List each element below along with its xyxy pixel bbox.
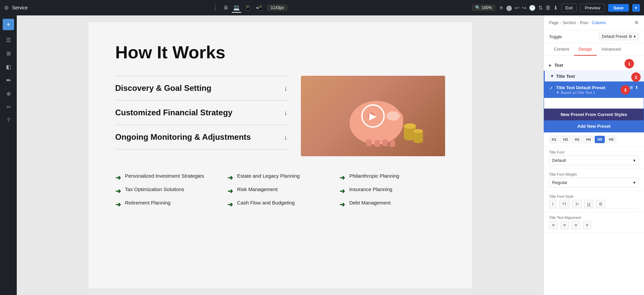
accordion-arrow-1[interactable]: ↓: [284, 84, 287, 92]
preset-item-selected[interactable]: ✓ Title Text Default Preset ★ Based on:T…: [544, 82, 644, 98]
title-font-weight-select[interactable]: Regular ▾: [549, 178, 639, 187]
align-buttons: ≡ ≡ ≡ ≡: [549, 221, 639, 229]
uppercase-button[interactable]: TT: [559, 200, 570, 208]
structure-icon[interactable]: ⊞: [3, 48, 14, 59]
breadcrumb-page[interactable]: Page: [549, 20, 558, 25]
breadcrumb-sep-1: ›: [560, 20, 561, 25]
add-new-preset-button[interactable]: Add New Preset: [544, 120, 644, 132]
accordion-item-1[interactable]: Discovery & Goal Setting ↓: [115, 76, 287, 101]
h3-button[interactable]: H3: [572, 136, 582, 143]
service-text-5: Cash Flow and Budgeting: [237, 200, 295, 205]
strikethrough-button[interactable]: S: [596, 200, 605, 208]
accordion-arrow-3[interactable]: ↓: [284, 133, 287, 141]
add-element-button[interactable]: +: [3, 19, 14, 30]
h1-button[interactable]: H1: [549, 136, 559, 143]
h5-button[interactable]: H5: [595, 136, 605, 143]
new-from-current-button[interactable]: New Preset From Current Styles: [544, 109, 644, 120]
preset-item-based: ★ Based on:Title Text 1: [556, 90, 621, 95]
design-icon[interactable]: ✏: [3, 74, 14, 86]
svg-rect-5: [366, 139, 372, 146]
title-text-label: Title Text: [556, 74, 633, 79]
underline-button[interactable]: U: [584, 200, 593, 208]
title-text-chevron: ▼: [550, 74, 554, 78]
tools-icon[interactable]: ✂: [3, 101, 14, 113]
right-panel: 1 2 3 Page › Section › Row › Column ✕ To…: [543, 15, 644, 295]
download-icon[interactable]: ⬇: [553, 5, 558, 11]
save-arrow-button[interactable]: ▾: [632, 4, 640, 12]
preset-duplicate-icon[interactable]: ⊞: [630, 85, 633, 90]
arrow-icon-4: ➜: [227, 187, 233, 195]
services-grid: ➜ Personalized Investment Strategies ➜ E…: [115, 173, 445, 209]
delete-icon[interactable]: 🗑: [545, 5, 551, 11]
tablet-icon[interactable]: 📱: [243, 3, 253, 12]
preset-settings-icon[interactable]: ⚙: [624, 85, 628, 90]
text-section-title: Text: [554, 63, 639, 68]
align-right-button[interactable]: ≡: [572, 221, 580, 229]
tab-advanced[interactable]: Advanced: [597, 43, 626, 56]
canvas-area[interactable]: How It Works Discovery & Goal Setting ↓ …: [17, 15, 543, 295]
title-text-header[interactable]: ▼ Title Text ⤢: [544, 71, 644, 81]
align-left-button[interactable]: ≡: [549, 221, 558, 229]
expand-icon[interactable]: ⤢: [635, 73, 639, 79]
mobile-icon[interactable]: 📲: [255, 3, 264, 12]
h2-button[interactable]: H2: [560, 136, 571, 143]
arrow-icon-3: ➜: [227, 174, 233, 182]
font-style-buttons: I TT Tt U S: [549, 200, 639, 209]
help-icon[interactable]: ?: [3, 115, 14, 126]
arrow-icon-1: ➜: [115, 187, 121, 195]
canvas-width[interactable]: 1143px: [267, 4, 287, 11]
preset-item-name: Title Text Default Preset: [556, 85, 621, 90]
title-font-label: Title Font: [549, 150, 639, 154]
action-icons: ☀ ⬤ ↩ ↪ 🕐 ⇅ 🗑 ⬇: [499, 5, 558, 11]
preset-dropdown[interactable]: Default Preset ⚙ ▾: [599, 33, 639, 40]
sun-icon[interactable]: ☀: [499, 5, 503, 11]
title-font-value: Default: [552, 158, 566, 163]
text-section-header[interactable]: ▶ Text: [544, 60, 644, 70]
laptop-icon[interactable]: 💻: [232, 3, 241, 13]
top-bar: ⚙ Service ⋮ 🖥 💻 📱 📲 1143px 🔍 100% ☀ ⬤ ↩ …: [0, 0, 644, 15]
capitalize-button[interactable]: Tt: [572, 200, 582, 208]
heading-buttons: H1 H2 H3 H4 H5 H6: [544, 132, 644, 147]
h6-button[interactable]: H6: [606, 136, 616, 143]
toggle-label: Toggle: [549, 34, 562, 39]
italic-button[interactable]: I: [549, 200, 556, 208]
undo-icon[interactable]: ↩: [515, 5, 519, 11]
exit-button[interactable]: Exit: [561, 4, 577, 12]
align-justify-button[interactable]: ≡: [583, 221, 592, 229]
accordion-arrow-2[interactable]: ↓: [284, 109, 287, 117]
panel-header: Page › Section › Row › Column ✕: [544, 15, 644, 30]
elements-icon[interactable]: ◧: [3, 61, 14, 72]
toggle-icon[interactable]: ⬤: [506, 5, 512, 11]
play-button[interactable]: ▶: [361, 104, 385, 128]
redo-icon[interactable]: ↪: [522, 5, 526, 11]
pages-icon[interactable]: ☰: [3, 34, 14, 46]
desktop-icon[interactable]: 🖥: [222, 3, 230, 12]
h4-button[interactable]: H4: [583, 136, 593, 143]
accordion-item-3[interactable]: Ongoing Monitoring & Adjustments ↓: [115, 125, 287, 150]
page-title: How It Works: [115, 42, 445, 62]
title-font-select[interactable]: Default ▾: [549, 156, 639, 165]
panel-body: ▶ Text ▼ Title Text ⤢ ✓ Title Text Defau…: [544, 56, 644, 295]
gear-icon[interactable]: ⚙: [4, 5, 9, 11]
video-thumbnail[interactable]: ▶: [301, 76, 445, 156]
zoom-control[interactable]: 🔍 100%: [472, 4, 495, 11]
responsive-icon[interactable]: ⇅: [538, 5, 543, 11]
preset-import-icon[interactable]: ⬆: [635, 85, 638, 90]
preset-dropdown-panel: ✓ Title Text Default Preset ★ Based on:T…: [544, 81, 644, 132]
breadcrumb-row[interactable]: Row: [580, 20, 588, 25]
breadcrumb-column[interactable]: Column: [592, 20, 606, 25]
save-button[interactable]: Save: [608, 4, 629, 12]
title-text-alignment-label: Title Text Alignment: [549, 216, 639, 220]
history-icon[interactable]: 🕐: [529, 5, 536, 11]
breadcrumb-section[interactable]: Section: [562, 20, 576, 25]
tab-content[interactable]: Content: [549, 43, 574, 56]
align-center-button[interactable]: ≡: [560, 221, 569, 229]
accordion-item-2[interactable]: Customized Financial Strategy ↓: [115, 101, 287, 125]
close-panel-icon[interactable]: ✕: [634, 19, 639, 26]
preview-button[interactable]: Preview: [580, 4, 604, 12]
font-select-chevron: ▾: [633, 158, 636, 163]
settings-icon[interactable]: ⊕: [3, 88, 14, 99]
tab-design[interactable]: Design: [574, 43, 597, 56]
service-text-1: Tax Optimization Solutions: [125, 186, 184, 192]
more-options-icon[interactable]: ⋮: [212, 4, 218, 11]
